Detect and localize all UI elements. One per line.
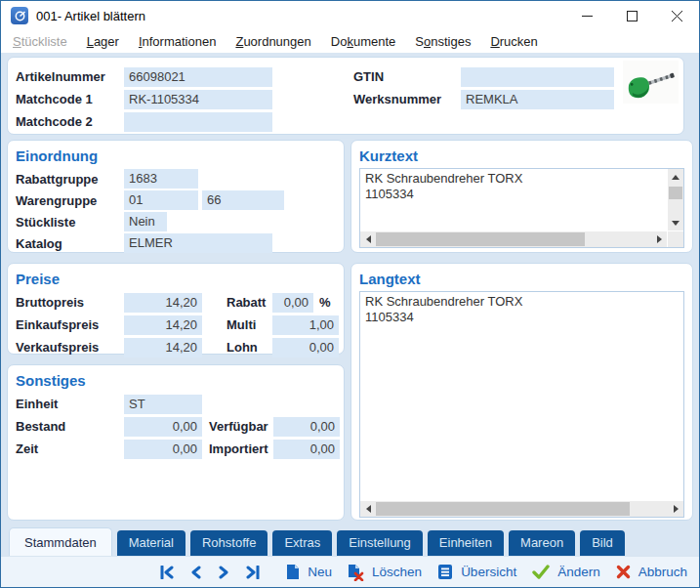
stueckliste-field[interactable]: Nein: [124, 212, 167, 231]
previous-record-icon: [190, 566, 202, 579]
menu-bar: Stückliste Lager Informationen Zuordnung…: [1, 30, 699, 53]
tab-extras[interactable]: Extras: [272, 530, 332, 556]
maximize-button[interactable]: [609, 1, 654, 30]
kurztext-input[interactable]: RK Schraubendreher TORX 1105334: [359, 168, 684, 248]
scroll-right-icon[interactable]: [668, 501, 683, 517]
artikelnummer-field[interactable]: 66098021: [124, 67, 272, 87]
tab-material[interactable]: Material: [117, 530, 185, 556]
scroll-down-icon[interactable]: [668, 215, 683, 231]
bestand-field[interactable]: 0,00: [124, 417, 202, 437]
close-button[interactable]: [654, 1, 699, 30]
langtext-hscrollbar[interactable]: [360, 501, 683, 517]
tab-einheiten[interactable]: Einheiten: [428, 530, 504, 556]
langtext-input[interactable]: RK Schraubendreher TORX 1105334: [359, 291, 684, 518]
rabattgruppe-field[interactable]: 1683: [124, 169, 198, 189]
title-bar: 001- Artikel blättern: [1, 1, 699, 30]
maximize-icon: [627, 11, 638, 21]
hscroll-thumb[interactable]: [376, 232, 585, 246]
einheit-field[interactable]: ST: [124, 395, 202, 414]
menu-drucken[interactable]: Drucken: [480, 34, 547, 49]
form-body: Artikelnummer 66098021 GTIN Matchcode 1 …: [1, 53, 699, 587]
previous-record-button[interactable]: [183, 566, 210, 579]
scroll-left-icon[interactable]: [360, 501, 376, 517]
hscroll-thumb[interactable]: [376, 502, 630, 516]
sonstiges-title: Sonstiges: [16, 372, 344, 389]
verfuegbar-field[interactable]: 0,00: [273, 417, 340, 437]
menu-sonstiges[interactable]: Sonstiges: [405, 34, 480, 49]
katalog-field[interactable]: ELMER: [124, 233, 272, 253]
gtin-label: GTIN: [353, 69, 461, 84]
rabatt-field[interactable]: 0,00: [272, 293, 313, 313]
new-button-label: Neu: [308, 565, 332, 579]
matchcode2-field[interactable]: [124, 112, 272, 132]
tab-rohstoffe[interactable]: Rohstoffe: [190, 530, 268, 556]
change-button[interactable]: Ändern: [532, 565, 600, 579]
multi-field[interactable]: 1,00: [272, 315, 339, 335]
scroll-up-icon[interactable]: [668, 169, 683, 185]
scroll-right-icon[interactable]: [651, 231, 667, 247]
first-record-button[interactable]: [151, 566, 183, 579]
multi-label: Multi: [226, 317, 272, 332]
verkaufspreis-field[interactable]: 14,20: [124, 338, 202, 357]
menu-text: S: [415, 34, 424, 49]
next-record-button[interactable]: [210, 566, 237, 579]
langtext-title: Langtext: [359, 271, 692, 287]
zeit-field[interactable]: 0,00: [124, 440, 202, 459]
product-image: [623, 61, 679, 104]
lohn-label: Lohn: [226, 340, 272, 355]
menu-lager[interactable]: Lager: [77, 34, 129, 49]
hscroll-track[interactable]: [376, 231, 651, 247]
zeit-label: Zeit: [16, 441, 124, 456]
importiert-label: Importiert: [209, 441, 273, 456]
tab-bar: Stammdaten Material Rohstoffe Extras Ein…: [1, 527, 699, 556]
last-record-icon: [245, 566, 261, 579]
next-record-icon: [218, 566, 229, 579]
delete-document-icon: [348, 564, 364, 581]
tab-stammdaten[interactable]: Stammdaten: [9, 527, 112, 556]
menu-zuordnungen[interactable]: Zuordnungen: [226, 34, 320, 49]
cancel-button[interactable]: Abbruch: [616, 565, 687, 579]
overview-button[interactable]: Übersicht: [437, 564, 516, 580]
window-title: 001- Artikel blättern: [36, 9, 145, 23]
warengruppe-field-2[interactable]: 66: [202, 190, 284, 210]
new-button[interactable]: Neu: [286, 564, 332, 580]
tab-einstellung[interactable]: Einstellung: [337, 530, 423, 556]
scrollbar-corner: [668, 231, 683, 247]
vscroll-thumb[interactable]: [669, 187, 682, 198]
matchcode1-field[interactable]: RK-1105334: [124, 90, 272, 109]
menu-text: umente: [353, 34, 395, 49]
kurztext-hscrollbar[interactable]: [360, 231, 667, 247]
rabatt-label: Rabatt: [226, 295, 272, 310]
kurztext-vscrollbar[interactable]: [668, 169, 683, 231]
langtext-content: RK Schraubendreher TORX 1105334: [360, 292, 683, 500]
lohn-field[interactable]: 0,00: [272, 338, 339, 357]
bruttopreis-label: Bruttopreis: [16, 295, 124, 310]
rabattgruppe-label: Rabattgruppe: [16, 172, 124, 187]
importiert-field[interactable]: 0,00: [273, 440, 340, 459]
preise-panel: Preise Bruttopreis 14,20 Rabatt 0,00 % E…: [7, 263, 345, 355]
tab-bild[interactable]: Bild: [580, 530, 625, 556]
scroll-left-icon[interactable]: [360, 231, 376, 247]
einkaufspreis-field[interactable]: 14,20: [124, 315, 202, 335]
app-logo-icon[interactable]: [11, 7, 28, 24]
langtext-line2: 1105334: [365, 310, 679, 325]
menu-accel: L: [87, 34, 94, 49]
bruttopreis-field[interactable]: 14,20: [124, 293, 202, 313]
gtin-field[interactable]: [461, 67, 614, 87]
warengruppe-field-1[interactable]: 01: [124, 190, 198, 210]
rabatt-percent-suffix: %: [319, 295, 331, 310]
minimize-button[interactable]: [564, 1, 609, 30]
menu-dokumente[interactable]: Dokumente: [321, 34, 406, 49]
hscroll-track[interactable]: [376, 501, 668, 517]
menu-text: uordnungen: [243, 34, 310, 49]
close-icon: [672, 11, 682, 21]
vscroll-track[interactable]: [668, 185, 683, 215]
menu-informationen[interactable]: Informationen: [129, 34, 226, 49]
tab-mareon[interactable]: Mareon: [509, 530, 575, 556]
kurztext-title: Kurztext: [359, 147, 692, 164]
last-record-button[interactable]: [237, 566, 268, 579]
werksnummer-field[interactable]: REMKLA: [461, 90, 614, 109]
delete-button[interactable]: Löschen: [348, 564, 422, 581]
menu-accel: D: [490, 34, 499, 49]
menu-text: rucken: [500, 34, 538, 49]
